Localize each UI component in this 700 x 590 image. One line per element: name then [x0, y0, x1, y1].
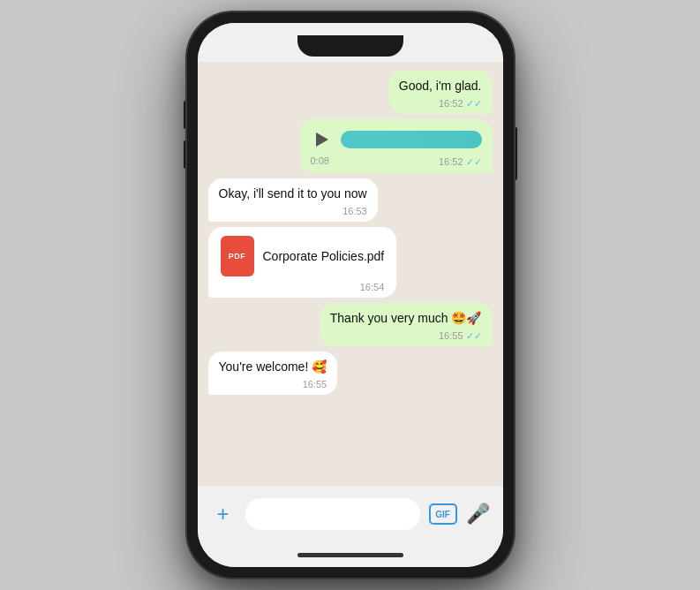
attachment-button[interactable]: +: [210, 501, 237, 527]
gif-label: GIF: [435, 510, 450, 519]
voice-message-bubble: 0:08 16:52 ✓✓: [300, 119, 493, 173]
pdf-time: 16:54: [360, 282, 385, 292]
double-check-icon: ✓✓: [466, 97, 482, 110]
message-bubble-received: You're welcome! 🥰 16:55: [208, 352, 338, 395]
message-bubble-sent: Thank you very much 🤩🚀 16:55 ✓✓: [320, 303, 493, 346]
phone-screen: Good, i'm glad. 16:52 ✓✓: [198, 23, 503, 567]
message-bubble-received: Okay, i'll send it to you now 16:53: [208, 178, 378, 222]
message-meta: 16:55: [219, 378, 327, 391]
voice-time: 16:52: [439, 156, 463, 167]
notch: [297, 35, 403, 57]
waveform-bar: [341, 131, 482, 148]
voice-player: [311, 128, 482, 151]
pdf-icon: PDF: [221, 236, 254, 276]
home-bar: [297, 553, 403, 557]
message-time: 16:55: [439, 329, 463, 343]
pdf-meta: 16:54: [221, 282, 385, 292]
microphone-icon: 🎤: [466, 503, 490, 526]
message-text: You're welcome! 🥰: [219, 359, 327, 376]
voice-time-meta: 16:52 ✓✓: [439, 156, 482, 168]
message-text: Okay, i'll send it to you now: [219, 185, 367, 203]
pdf-filename: Corporate Policies.pdf: [263, 249, 385, 263]
power-button: [514, 127, 517, 180]
pdf-type-label: PDF: [229, 252, 246, 261]
message-text: Thank you very much 🤩🚀: [330, 310, 482, 328]
message-time: 16:55: [303, 378, 327, 391]
voice-meta: 0:08 16:52 ✓✓: [311, 155, 482, 168]
message-time: 16:53: [342, 205, 367, 218]
message-text: Good, i'm glad.: [399, 78, 482, 95]
message-meta: 16:53: [219, 205, 367, 218]
microphone-button[interactable]: 🎤: [466, 502, 491, 526]
pdf-row: PDF Corporate Policies.pdf: [221, 236, 385, 276]
volume-down-button: [184, 140, 187, 169]
phone-mockup: Good, i'm glad. 16:52 ✓✓: [187, 12, 514, 578]
gif-button[interactable]: GIF: [429, 503, 457, 525]
status-bar: [198, 23, 503, 62]
home-indicator: [198, 542, 503, 567]
message-row-voice: 0:08 16:52 ✓✓: [208, 119, 493, 173]
message-bubble-sent: Good, i'm glad. 16:52 ✓✓: [388, 71, 493, 114]
message-row: Okay, i'll send it to you now 16:53: [208, 178, 493, 222]
message-meta: 16:52 ✓✓: [399, 97, 482, 110]
plus-icon: +: [216, 502, 229, 526]
message-row: Thank you very much 🤩🚀 16:55 ✓✓: [208, 303, 493, 346]
volume-up-button: [184, 101, 187, 129]
play-button[interactable]: [311, 128, 334, 151]
message-row-pdf: PDF Corporate Policies.pdf 16:54: [208, 227, 493, 298]
message-time: 16:52: [439, 97, 463, 110]
play-triangle-icon: [316, 132, 328, 147]
pdf-bubble: PDF Corporate Policies.pdf 16:54: [208, 227, 397, 298]
message-input[interactable]: [245, 498, 420, 530]
message-row: Good, i'm glad. 16:52 ✓✓: [208, 71, 493, 114]
voice-duration: 0:08: [311, 155, 329, 166]
message-meta: 16:55 ✓✓: [330, 329, 482, 343]
voice-check-icon: ✓✓: [466, 156, 482, 168]
message-row: You're welcome! 🥰 16:55: [208, 352, 493, 395]
input-bar: + GIF 🎤: [198, 486, 503, 542]
double-check-icon: ✓✓: [466, 329, 482, 343]
chat-area: Good, i'm glad. 16:52 ✓✓: [198, 62, 503, 486]
